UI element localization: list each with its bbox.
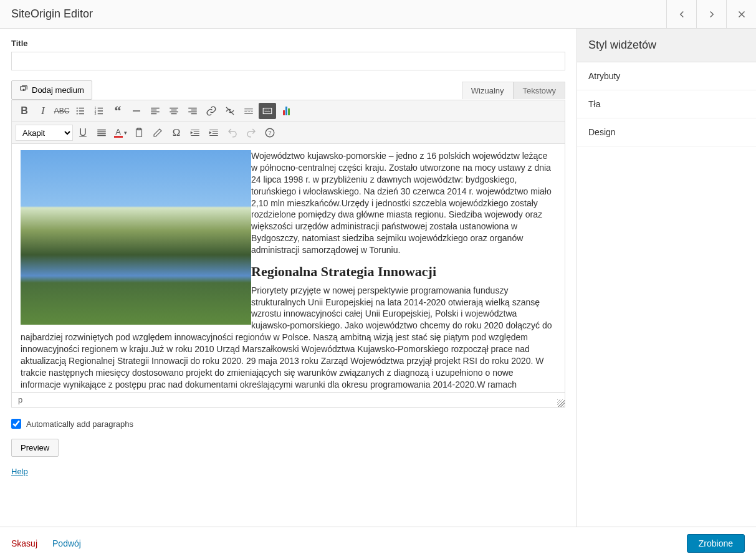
bullet-list-button[interactable]: [72, 103, 89, 119]
hr-button[interactable]: [128, 103, 145, 119]
align-left-button[interactable]: [146, 103, 164, 119]
toolbar-toggle-button[interactable]: [259, 103, 276, 119]
auto-paragraphs-row[interactable]: Automatically add paragraphs: [11, 419, 565, 429]
done-button[interactable]: Zrobione: [687, 534, 745, 553]
special-char-button[interactable]: Ω: [168, 125, 185, 141]
help-button[interactable]: ?: [261, 125, 279, 141]
indent-button[interactable]: [205, 125, 222, 141]
prev-button[interactable]: [666, 0, 696, 28]
tab-visual[interactable]: Wizualny: [462, 82, 514, 99]
chart-button[interactable]: [277, 103, 295, 119]
editor-status-bar: p: [12, 392, 565, 407]
svg-rect-7: [263, 108, 272, 114]
help-link[interactable]: Help: [11, 467, 28, 476]
title-input[interactable]: [11, 52, 565, 70]
add-media-button[interactable]: Dodaj medium: [11, 80, 92, 100]
duplicate-link[interactable]: Podwój: [52, 538, 81, 548]
undo-button[interactable]: [224, 125, 241, 141]
svg-point-1: [77, 107, 78, 108]
hr-icon: [131, 105, 142, 117]
add-media-label: Dodaj medium: [32, 85, 84, 95]
next-button[interactable]: [696, 0, 726, 28]
more-button[interactable]: [240, 103, 257, 119]
svg-point-2: [77, 110, 78, 112]
format-select[interactable]: Akapit: [16, 125, 73, 141]
bullet-list-icon: [75, 105, 86, 117]
unlink-button[interactable]: [221, 103, 239, 119]
text-color-button[interactable]: A▾: [112, 125, 129, 141]
resize-handle[interactable]: [557, 399, 565, 407]
align-center-button[interactable]: [165, 103, 183, 119]
underline-button[interactable]: U: [74, 125, 92, 141]
tab-text[interactable]: Tekstowy: [514, 82, 565, 99]
title-label: Title: [11, 39, 565, 48]
content-image[interactable]: [21, 150, 251, 325]
redo-button[interactable]: [242, 125, 260, 141]
paste-text-button[interactable]: [130, 125, 148, 141]
element-path: p: [18, 395, 22, 404]
toolbar-row-1: B I ABC 123 “: [12, 100, 565, 122]
dialog-title: SiteOrigin Editor: [0, 7, 93, 21]
sidebar-item-design[interactable]: Design: [577, 118, 756, 146]
indent-icon: [208, 127, 219, 138]
svg-text:?: ?: [268, 130, 271, 136]
eraser-icon: [152, 127, 163, 138]
align-right-button[interactable]: [184, 103, 201, 119]
sidebar-item-backgrounds[interactable]: Tła: [577, 90, 756, 118]
sidebar-title: Styl widżetów: [577, 29, 756, 62]
media-icon: [19, 85, 28, 95]
align-right-icon: [187, 105, 198, 117]
numbered-list-button[interactable]: 123: [90, 103, 108, 119]
dialog-footer: Skasuj Podwój Zrobione: [0, 527, 756, 559]
redo-icon: [246, 127, 257, 138]
help-icon: ?: [264, 127, 275, 138]
align-center-icon: [168, 105, 179, 117]
toolbar-row-2: Akapit U A▾ Ω ?: [12, 122, 565, 144]
svg-point-0: [23, 89, 24, 90]
justify-button[interactable]: [93, 125, 110, 141]
strikethrough-button[interactable]: ABC: [53, 103, 70, 119]
auto-paragraphs-label: Automatically add paragraphs: [26, 419, 133, 429]
sidebar-item-attributes[interactable]: Atrybuty: [577, 62, 756, 90]
chevron-left-icon: [676, 9, 687, 20]
clear-format-button[interactable]: [149, 125, 166, 141]
widget-styles-sidebar: Styl widżetów Atrybuty Tła Design: [577, 29, 756, 559]
preview-button[interactable]: Preview: [11, 439, 59, 457]
read-more-icon: [243, 105, 254, 117]
outdent-icon: [189, 127, 201, 138]
justify-icon: [96, 127, 107, 138]
keyboard-icon: [262, 105, 273, 117]
align-left-icon: [150, 105, 161, 117]
bold-button[interactable]: B: [16, 103, 33, 119]
cancel-link[interactable]: Skasuj: [11, 538, 37, 548]
editor: B I ABC 123 “: [11, 100, 565, 408]
outdent-button[interactable]: [186, 125, 204, 141]
italic-button[interactable]: I: [34, 103, 52, 119]
link-icon: [206, 105, 217, 117]
clipboard-icon: [133, 127, 145, 138]
close-icon: [736, 9, 747, 20]
link-button[interactable]: [203, 103, 220, 119]
svg-text:3: 3: [95, 112, 97, 115]
svg-point-3: [77, 113, 78, 114]
chevron-right-icon: [706, 9, 717, 20]
editor-content[interactable]: Województwo kujawsko-pomorskie – jedno z…: [12, 144, 565, 392]
close-button[interactable]: [726, 0, 756, 28]
auto-paragraphs-checkbox[interactable]: [11, 419, 21, 429]
numbered-list-icon: 123: [93, 105, 105, 117]
dialog-header: SiteOrigin Editor: [0, 0, 756, 29]
undo-icon: [227, 127, 238, 138]
blockquote-button[interactable]: “: [109, 103, 127, 119]
unlink-icon: [224, 105, 236, 117]
bar-chart-icon: [283, 107, 290, 115]
